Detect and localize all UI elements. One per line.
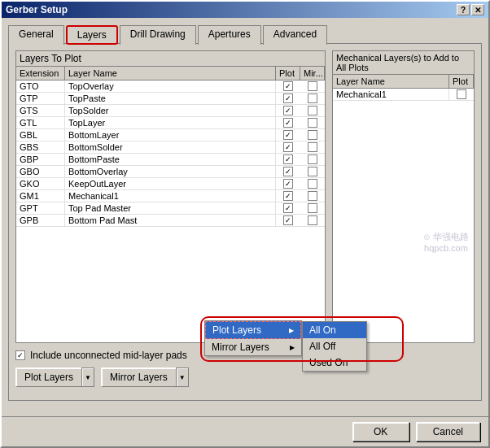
cell-name: Mechanical1	[65, 190, 276, 202]
cell-mirror-cb[interactable]	[300, 141, 325, 153]
table-row[interactable]: GTL TopLayer	[16, 117, 325, 129]
mech-table-header: Layer Name Plot	[333, 75, 474, 89]
mech-layer-name: Mechanical1	[333, 89, 449, 100]
submenu-all-off[interactable]: All Off	[303, 338, 366, 354]
plot-checkbox-icon[interactable]	[283, 191, 293, 201]
mech-plot-checkbox[interactable]	[449, 89, 474, 100]
dialog-bottom-buttons: OK Cancel	[2, 416, 488, 446]
plot-checkbox-icon[interactable]	[283, 106, 293, 115]
plot-checkbox-icon[interactable]	[283, 203, 293, 213]
cell-mirror-cb[interactable]	[300, 129, 325, 141]
mirror-checkbox-icon[interactable]	[308, 203, 317, 213]
col-plot: Plot	[276, 67, 300, 80]
context-menu-item-mirror-layers[interactable]: Mirror Layers ▶	[205, 339, 301, 355]
cell-plot-cb[interactable]	[276, 93, 300, 104]
table-row[interactable]: GM1 Mechanical1	[16, 190, 325, 202]
table-row[interactable]: GTO TopOverlay	[16, 80, 325, 93]
cell-plot-cb[interactable]	[276, 202, 300, 214]
cell-name: BottomOverlay	[65, 166, 276, 177]
mirror-checkbox-icon[interactable]	[308, 215, 317, 225]
table-row[interactable]: GTP TopPaste	[16, 93, 325, 105]
plot-layers-arrow-button[interactable]: ▼	[81, 368, 94, 387]
cell-name: BottomSolder	[65, 141, 276, 153]
table-row[interactable]: GKO KeepOutLayer	[16, 178, 325, 190]
cell-mirror-cb[interactable]	[300, 215, 325, 226]
cell-plot-cb[interactable]	[276, 154, 300, 165]
tab-bar: General Layers Drill Drawing Apertures A…	[8, 24, 482, 44]
mirror-checkbox-icon[interactable]	[308, 81, 317, 91]
ok-button[interactable]: OK	[352, 422, 409, 441]
mirror-checkbox-icon[interactable]	[308, 191, 317, 201]
main-content-area: Layers To Plot Extension Layer Name Plot…	[15, 50, 475, 343]
mid-layer-checkbox[interactable]	[15, 350, 25, 360]
table-row[interactable]: GBP BottomPaste	[16, 154, 325, 166]
cell-plot-cb[interactable]	[276, 129, 300, 141]
plot-layers-main-button[interactable]: Plot Layers	[15, 368, 81, 387]
mech-checkbox-icon[interactable]	[457, 89, 466, 99]
mirror-checkbox-icon[interactable]	[308, 118, 317, 128]
help-button[interactable]: ?	[457, 4, 470, 15]
mirror-checkbox-icon[interactable]	[308, 130, 317, 140]
plot-checkbox-icon[interactable]	[283, 167, 293, 176]
cell-ext: GBS	[16, 141, 65, 153]
cell-plot-cb[interactable]	[276, 80, 300, 92]
plot-checkbox-icon[interactable]	[283, 154, 293, 164]
table-row[interactable]: GTS TopSolder	[16, 105, 325, 117]
cell-plot-cb[interactable]	[276, 215, 300, 226]
plot-checkbox-icon[interactable]	[283, 142, 293, 152]
mirror-checkbox-icon[interactable]	[308, 106, 317, 115]
cell-ext: GTO	[16, 80, 65, 92]
mirror-checkbox-icon[interactable]	[308, 94, 317, 103]
mirror-layers-main-button[interactable]: Mirror Layers	[101, 368, 176, 387]
cell-mirror-cb[interactable]	[300, 166, 325, 177]
cell-mirror-cb[interactable]	[300, 117, 325, 128]
close-button[interactable]: ✕	[471, 4, 484, 15]
mirror-layers-arrow-button[interactable]: ▼	[176, 368, 189, 387]
bottom-buttons-row: Plot Layers ▼ Mirror Layers ▼	[15, 368, 475, 387]
cell-plot-cb[interactable]	[276, 141, 300, 153]
cell-plot-cb[interactable]	[276, 190, 300, 202]
table-row[interactable]: GPT Top Pad Master	[16, 202, 325, 215]
cell-mirror-cb[interactable]	[300, 154, 325, 165]
plot-checkbox-icon[interactable]	[283, 94, 293, 103]
table-row[interactable]: GBS BottomSolder	[16, 141, 325, 154]
context-menu-item-plot-layers[interactable]: Plot Layers ▶	[205, 321, 301, 339]
plot-checkbox-icon[interactable]	[283, 81, 293, 91]
tab-apertures[interactable]: Apertures	[198, 25, 261, 45]
submenu-all-on[interactable]: All On	[303, 322, 366, 338]
cell-mirror-cb[interactable]	[300, 190, 325, 202]
cell-name: TopSolder	[65, 105, 276, 116]
submenu-used-on[interactable]: Used On	[303, 354, 366, 371]
mechanical-layers-title: Mechanical Layers(s) to Add to All Plots	[333, 51, 474, 75]
mirror-checkbox-icon[interactable]	[308, 167, 317, 176]
cell-mirror-cb[interactable]	[300, 105, 325, 116]
cell-plot-cb[interactable]	[276, 166, 300, 177]
plot-checkbox-icon[interactable]	[283, 215, 293, 225]
tab-drill-drawing[interactable]: Drill Drawing	[120, 25, 196, 45]
table-row[interactable]: GBO BottomOverlay	[16, 166, 325, 178]
cancel-button[interactable]: Cancel	[416, 422, 480, 441]
tab-advanced[interactable]: Advanced	[263, 25, 327, 45]
cell-mirror-cb[interactable]	[300, 202, 325, 214]
col-layer-name: Layer Name	[65, 67, 276, 80]
mirror-checkbox-icon[interactable]	[308, 154, 317, 164]
plot-checkbox-icon[interactable]	[283, 118, 293, 128]
table-row[interactable]: GBL BottomLayer	[16, 129, 325, 141]
plot-checkbox-icon[interactable]	[283, 179, 293, 189]
plot-checkbox-icon[interactable]	[283, 130, 293, 140]
cell-plot-cb[interactable]	[276, 178, 300, 189]
cell-plot-cb[interactable]	[276, 105, 300, 116]
layers-table-body[interactable]: GTO TopOverlay GTP TopPaste GTS TopSolde…	[16, 80, 325, 342]
table-row[interactable]: GPB Bottom Pad Mast	[16, 215, 325, 227]
cell-plot-cb[interactable]	[276, 117, 300, 128]
mirror-checkbox-icon[interactable]	[308, 179, 317, 189]
tab-layers[interactable]: Layers	[66, 25, 118, 45]
cell-mirror-cb[interactable]	[300, 93, 325, 104]
submenu-arrow-icon: ▶	[289, 327, 294, 334]
mech-table-row[interactable]: Mechanical1	[333, 89, 474, 101]
tab-general[interactable]: General	[8, 25, 64, 45]
cell-mirror-cb[interactable]	[300, 178, 325, 189]
cell-mirror-cb[interactable]	[300, 80, 325, 92]
mirror-checkbox-icon[interactable]	[308, 142, 317, 152]
cell-name: KeepOutLayer	[65, 178, 276, 189]
